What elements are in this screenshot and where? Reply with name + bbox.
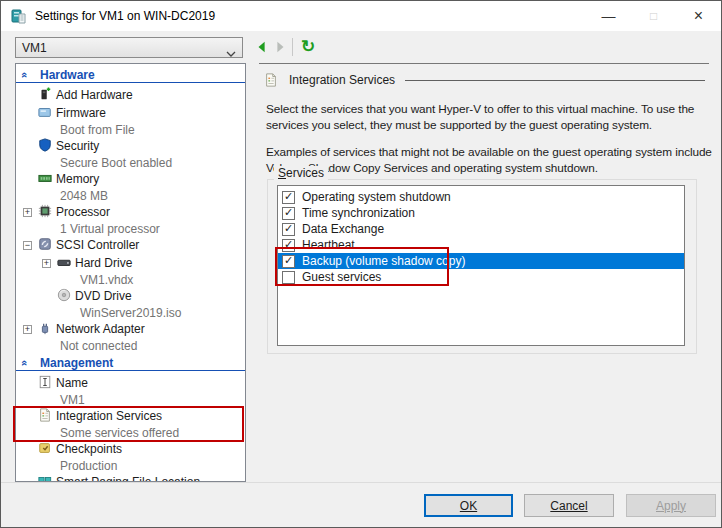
- sidebar-subtext-name[interactable]: VM1: [16, 392, 245, 407]
- section-header-hardware[interactable]: « Hardware: [16, 67, 245, 83]
- checkbox[interactable]: [282, 207, 295, 220]
- sidebar-subtext-hard-drive[interactable]: VM1.vhdx: [16, 272, 245, 287]
- processor-icon: [38, 204, 52, 220]
- add-hardware-icon: [38, 87, 52, 103]
- vm-selector-dropdown[interactable]: VM1: [15, 37, 243, 58]
- dialog-footer: OK Cancel Apply: [1, 482, 721, 528]
- service-row-data-exchange[interactable]: Data Exchange: [278, 221, 684, 237]
- checkbox[interactable]: [282, 191, 295, 204]
- collapse-toggle[interactable]: −: [23, 241, 32, 250]
- checkbox[interactable]: [282, 271, 295, 284]
- scsi-controller-icon: [38, 237, 52, 253]
- chevron-down-icon: [226, 46, 236, 60]
- service-row-time-synchronization[interactable]: Time synchronization: [278, 205, 684, 221]
- refresh-button[interactable]: ↻: [299, 34, 317, 58]
- service-row-operating-system-shutdown[interactable]: Operating system shutdown: [278, 189, 684, 205]
- panel-title: Integration Services: [289, 73, 395, 87]
- name-icon: [38, 375, 52, 391]
- sidebar-subtext-integration-services[interactable]: Some services offered: [16, 425, 245, 440]
- sidebar-item-integration-services[interactable]: Integration Services: [16, 407, 245, 425]
- service-row-backup-volume-shadow-copy[interactable]: Backup (volume shadow copy): [278, 253, 684, 269]
- checkbox[interactable]: [282, 255, 295, 268]
- panel-intro-text: Select the services that you want Hyper-…: [266, 101, 713, 133]
- minimize-button[interactable]: —: [586, 1, 631, 31]
- panel-header: Integration Services: [264, 72, 707, 88]
- checkpoints-icon: [38, 441, 52, 457]
- sidebar-item-add-hardware[interactable]: Add Hardware: [16, 86, 245, 104]
- close-button[interactable]: ×: [676, 1, 721, 31]
- memory-icon: [38, 171, 52, 187]
- checkbox[interactable]: [282, 223, 295, 236]
- apply-button[interactable]: Apply: [626, 494, 716, 517]
- service-row-heartbeat[interactable]: Heartbeat: [278, 237, 684, 253]
- sidebar-subtext-dvd-drive[interactable]: WinServer2019.iso: [16, 305, 245, 320]
- expand-toggle[interactable]: +: [23, 208, 32, 217]
- sidebar-subtext-network-adapter[interactable]: Not connected: [16, 338, 245, 353]
- window-title: Settings for VM1 on WIN-DC2019: [35, 9, 215, 23]
- collapse-chevron-icon: «: [19, 357, 31, 369]
- sidebar-subtext-security[interactable]: Secure Boot enabled: [16, 155, 245, 170]
- sidebar-item-checkpoints[interactable]: Checkpoints: [16, 440, 245, 458]
- sidebar-subtext-memory[interactable]: 2048 MB: [16, 188, 245, 203]
- sidebar-subtext-firmware[interactable]: Boot from File: [16, 122, 245, 137]
- header-rule: [405, 80, 705, 81]
- hyperv-settings-icon: [11, 8, 27, 24]
- maximize-button[interactable]: □: [631, 1, 676, 31]
- settings-dialog: Settings for VM1 on WIN-DC2019 — □ × VM1…: [0, 0, 722, 528]
- sidebar-item-firmware[interactable]: Firmware: [16, 104, 245, 122]
- integration-services-icon: [264, 72, 278, 88]
- firmware-icon: [38, 105, 52, 121]
- sidebar-subtext-checkpoints[interactable]: Production: [16, 458, 245, 473]
- sidebar-subtext-processor[interactable]: 1 Virtual processor: [16, 221, 245, 236]
- vm-selector-value: VM1: [22, 41, 47, 55]
- section-header-management[interactable]: « Management: [16, 355, 245, 371]
- expand-toggle[interactable]: +: [23, 325, 32, 334]
- expand-toggle[interactable]: +: [42, 259, 51, 268]
- sidebar-item-smart-paging-file-location[interactable]: Smart Paging File Location: [16, 473, 245, 482]
- dvd-drive-icon: [57, 288, 71, 304]
- panel-note-text: Examples of services that might not be a…: [266, 144, 713, 176]
- ok-button[interactable]: OK: [424, 494, 513, 517]
- sidebar-item-memory[interactable]: Memory: [16, 170, 245, 188]
- sidebar-item-processor[interactable]: + Processor: [16, 203, 245, 221]
- integration-services-icon: [38, 408, 52, 424]
- navigate-forward-button[interactable]: [273, 40, 287, 54]
- service-row-guest-services[interactable]: Guest services: [278, 269, 684, 285]
- integration-services-panel: Integration Services Select the services…: [259, 63, 709, 482]
- services-listbox[interactable]: Operating system shutdown Time synchroni…: [277, 185, 685, 346]
- toolbar: VM1 ↻: [1, 31, 721, 63]
- settings-nav-tree: « Hardware Add Hardware Firmware Boot fr…: [15, 63, 246, 482]
- collapse-chevron-icon: «: [19, 69, 31, 81]
- shield-icon: [38, 138, 52, 154]
- sidebar-item-hard-drive[interactable]: + Hard Drive: [16, 254, 245, 272]
- sidebar-item-security[interactable]: Security: [16, 137, 245, 155]
- sidebar-item-dvd-drive[interactable]: DVD Drive: [16, 287, 245, 305]
- forward-arrow-icon: [273, 40, 287, 54]
- sidebar-item-scsi-controller[interactable]: − SCSI Controller: [16, 236, 245, 254]
- sidebar-item-name[interactable]: Name: [16, 374, 245, 392]
- services-group-label: Services: [274, 166, 328, 180]
- hard-drive-icon: [57, 255, 71, 271]
- smart-paging-icon: [38, 474, 52, 482]
- title-bar: Settings for VM1 on WIN-DC2019 — □ ×: [1, 1, 721, 31]
- network-adapter-icon: [38, 321, 52, 337]
- cancel-button[interactable]: Cancel: [524, 494, 614, 517]
- sidebar-item-network-adapter[interactable]: + Network Adapter: [16, 320, 245, 338]
- navigate-back-button[interactable]: [255, 40, 269, 54]
- back-arrow-icon: [255, 40, 269, 54]
- checkbox[interactable]: [282, 239, 295, 252]
- toolbar-separator: [292, 38, 293, 56]
